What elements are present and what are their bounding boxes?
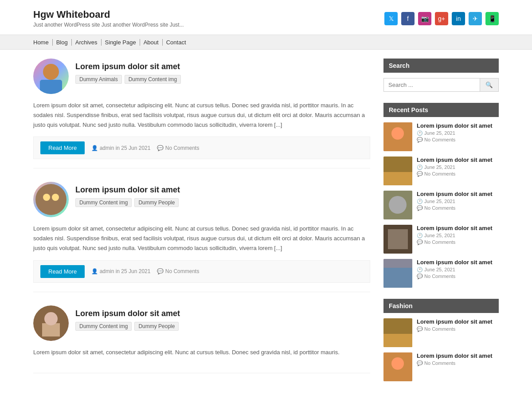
- tag-dummy-people-3[interactable]: Dummy People: [134, 322, 179, 331]
- svg-rect-15: [388, 229, 408, 249]
- post-2-read-more[interactable]: Read More: [40, 265, 85, 278]
- recent-post-2-date: 🕐 June 25, 2021: [417, 164, 492, 170]
- linkedin-icon[interactable]: in: [452, 12, 465, 25]
- recent-post-3-date: 🕐 June 25, 2021: [417, 199, 492, 204]
- fashion-post-1: Lorem ipsum dolor sit amet 💬 No Comments: [383, 318, 499, 347]
- googleplus-icon[interactable]: g+: [435, 12, 448, 25]
- recent-post-1: Lorem ipsum dolor sit amet 🕐 June 25, 20…: [383, 122, 499, 151]
- svg-point-4: [52, 194, 59, 201]
- fashion-post-1-thumb: [383, 318, 412, 347]
- svg-point-9: [391, 127, 404, 140]
- fashion-post-1-comments: 💬 No Comments: [417, 326, 492, 332]
- recent-post-5-info: Lorem ipsum dolor sit amet 🕐 June 25, 20…: [417, 259, 492, 288]
- recent-post-2-info: Lorem ipsum dolor sit amet 🕐 June 25, 20…: [417, 156, 492, 185]
- nav-home[interactable]: Home: [33, 39, 53, 46]
- recent-post-5-date: 🕐 June 25, 2021: [417, 267, 492, 273]
- fashion-post-2-title: Lorem ipsum dolor sit amet: [417, 352, 492, 359]
- post-1-meta: 👤 admin in 25 Jun 2021 💬 No Comments: [91, 145, 199, 151]
- fashion-widget: Fashion Lorem ipsum dolor sit amet 💬 No …: [383, 299, 499, 381]
- post-2-meta: 👤 admin in 25 Jun 2021 💬 No Comments: [91, 268, 199, 274]
- site-content: Lorem ipsum dolor sit amet Dummy Animals…: [0, 50, 532, 399]
- nav-about[interactable]: About: [140, 39, 163, 46]
- svg-point-7: [44, 312, 58, 325]
- post-1-footer: Read More 👤 admin in 25 Jun 2021 💬 No Co…: [33, 137, 370, 159]
- search-widget: Search 🔍: [383, 59, 499, 92]
- recent-post-1-title: Lorem ipsum dolor sit amet: [417, 122, 492, 129]
- tag-dummy-people-2[interactable]: Dummy People: [134, 198, 179, 207]
- search-button[interactable]: 🔍: [480, 78, 498, 91]
- post-1-read-more[interactable]: Read More: [40, 141, 85, 154]
- svg-point-3: [43, 194, 50, 201]
- recent-post-2-comments: 💬 No Comments: [417, 171, 492, 177]
- recent-post-1-info: Lorem ipsum dolor sit amet 🕐 June 25, 20…: [417, 122, 492, 151]
- recent-post-1-thumb: [383, 122, 412, 151]
- nav-archives[interactable]: Archives: [72, 39, 102, 46]
- post-3-tags: Dummy Content img Dummy People: [75, 322, 180, 331]
- nav-single-page[interactable]: Single Page: [102, 39, 140, 46]
- search-widget-title: Search: [383, 59, 499, 73]
- recent-post-3-thumb: [383, 191, 412, 219]
- site-header: Hgw Whiteboard Just another WordPress si…: [0, 0, 532, 35]
- recent-post-2-title: Lorem ipsum dolor sit amet: [417, 156, 492, 163]
- recent-post-2: Lorem ipsum dolor sit amet 🕐 June 25, 20…: [383, 156, 499, 185]
- fashion-post-2-comments: 💬 No Comments: [417, 360, 492, 366]
- post-1-tags: Dummy Animals Dummy Content img: [75, 75, 181, 84]
- tag-dummy-content-img-3[interactable]: Dummy Content img: [75, 322, 132, 331]
- site-branding: Hgw Whiteboard Just another WordPress si…: [33, 9, 184, 28]
- svg-rect-17: [383, 268, 412, 288]
- svg-point-21: [391, 357, 404, 370]
- post-2-author: 👤 admin in 25 Jun 2021: [91, 268, 150, 274]
- twitter-icon[interactable]: 𝕏: [384, 12, 398, 25]
- recent-post-4-title: Lorem ipsum dolor sit amet: [417, 225, 492, 231]
- post-1-excerpt: Lorem ipsum dolor sit amet, consectetur …: [33, 101, 370, 130]
- recent-post-4-date: 🕐 June 25, 2021: [417, 233, 492, 239]
- post-2-title-area: Lorem ipsum dolor sit amet Dummy Content…: [75, 182, 180, 207]
- post-1-title-area: Lorem ipsum dolor sit amet Dummy Animals…: [75, 59, 181, 84]
- post-3-thumbnail: [33, 305, 69, 341]
- telegram-icon[interactable]: ✈: [469, 12, 482, 25]
- recent-post-3-info: Lorem ipsum dolor sit amet 🕐 June 25, 20…: [417, 191, 492, 219]
- post-1-comments: 💬 No Comments: [157, 145, 199, 151]
- svg-rect-11: [383, 172, 412, 185]
- svg-rect-19: [383, 334, 412, 347]
- recent-post-1-date: 🕐 June 25, 2021: [417, 130, 492, 136]
- svg-point-0: [43, 64, 59, 80]
- post-2: Lorem ipsum dolor sit amet Dummy Content…: [33, 182, 370, 292]
- recent-post-1-comments: 💬 No Comments: [417, 137, 492, 143]
- svg-point-2: [35, 184, 66, 215]
- sidebar: Search 🔍 Recent Posts Lorem ipsum dolor …: [383, 59, 499, 392]
- recent-posts-widget: Recent Posts Lorem ipsum dolor sit amet …: [383, 103, 499, 288]
- site-title: Hgw Whiteboard: [33, 9, 184, 20]
- fashion-post-2-thumb: [383, 352, 412, 381]
- instagram-icon[interactable]: 📷: [418, 12, 431, 25]
- svg-point-13: [389, 196, 407, 214]
- recent-post-5-thumb: [383, 259, 412, 288]
- recent-post-5-comments: 💬 No Comments: [417, 274, 492, 279]
- post-1-title: Lorem ipsum dolor sit amet: [75, 62, 181, 71]
- recent-post-4-comments: 💬 No Comments: [417, 239, 492, 245]
- search-box: 🔍: [383, 78, 499, 92]
- svg-rect-1: [40, 80, 62, 94]
- recent-post-3-comments: 💬 No Comments: [417, 205, 492, 211]
- main-content: Lorem ipsum dolor sit amet Dummy Animals…: [33, 59, 370, 392]
- whatsapp-icon[interactable]: 📱: [485, 12, 499, 25]
- recent-post-3-title: Lorem ipsum dolor sit amet: [417, 191, 492, 197]
- facebook-icon[interactable]: f: [401, 12, 415, 25]
- tag-dummy-animals[interactable]: Dummy Animals: [75, 75, 122, 84]
- recent-post-3: Lorem ipsum dolor sit amet 🕐 June 25, 20…: [383, 191, 499, 219]
- post-2-footer: Read More 👤 admin in 25 Jun 2021 💬 No Co…: [33, 260, 370, 283]
- search-input[interactable]: [384, 78, 480, 91]
- post-2-tags: Dummy Content img Dummy People: [75, 198, 180, 207]
- site-tagline: Just another WordPress site Just another…: [33, 22, 184, 28]
- tag-dummy-content-img-2[interactable]: Dummy Content img: [75, 198, 132, 207]
- tag-dummy-content-img-1[interactable]: Dummy Content img: [125, 75, 181, 84]
- post-2-header: Lorem ipsum dolor sit amet Dummy Content…: [33, 182, 370, 217]
- nav-blog[interactable]: Blog: [53, 39, 72, 46]
- recent-post-4-thumb: [383, 225, 412, 254]
- nav-contact[interactable]: Contact: [163, 39, 190, 46]
- fashion-post-1-info: Lorem ipsum dolor sit amet 💬 No Comments: [417, 318, 492, 347]
- fashion-post-1-title: Lorem ipsum dolor sit amet: [417, 318, 492, 325]
- post-2-title: Lorem ipsum dolor sit amet: [75, 185, 180, 195]
- post-2-excerpt: Lorem ipsum dolor sit amet, consectetur …: [33, 224, 370, 253]
- recent-post-4: Lorem ipsum dolor sit amet 🕐 June 25, 20…: [383, 225, 499, 254]
